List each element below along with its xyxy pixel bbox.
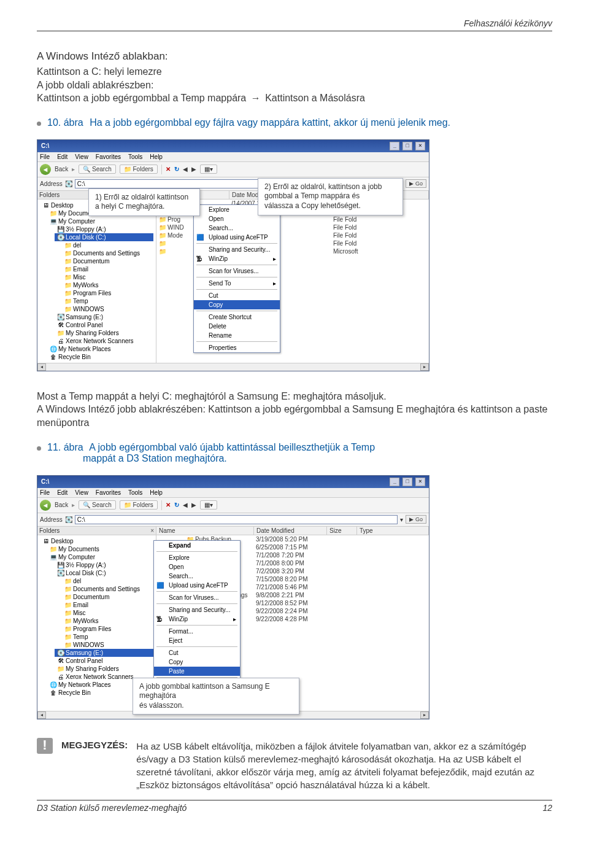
tree-item[interactable]: 🖨Xerox Network Scanners (55, 337, 153, 345)
tree-item[interactable]: 📁WINDOWS (62, 305, 153, 313)
context-menu-item[interactable]: Eject (154, 636, 240, 645)
context-menu-item[interactable]: Upload using AceFTP🟦 (154, 581, 240, 590)
tree-item[interactable]: 📁Misc (62, 273, 153, 281)
context-menu-item[interactable]: Properties (194, 343, 280, 352)
context-menu-item[interactable]: Copy (154, 657, 240, 667)
prev-icon[interactable]: ◀ (183, 502, 188, 508)
context-menu-item[interactable]: Search... (194, 223, 280, 233)
context-menu-item[interactable]: Search... (154, 572, 240, 581)
context-menu-item[interactable]: Create Shortcut (194, 312, 280, 322)
tree-item[interactable]: 📁del (62, 577, 153, 585)
prev-icon[interactable]: ◀ (183, 166, 188, 172)
menu-item[interactable]: File (40, 153, 50, 160)
back-button[interactable]: ◄ (40, 500, 51, 511)
folder-tree[interactable]: Folders× 🖥Desktop📁My Documents💻My Comput… (37, 191, 156, 363)
menu-item[interactable]: View (75, 489, 88, 496)
context-menu-item[interactable]: Cut (154, 648, 240, 657)
tree-item[interactable]: 📁Temp (62, 633, 153, 641)
tree-item[interactable]: 🗑Recycle Bin (47, 353, 153, 361)
folders-button[interactable]: 📁 Folders (120, 165, 158, 174)
tree-item[interactable]: 🖥Desktop (40, 537, 153, 545)
forward-button[interactable]: ▸ (72, 166, 75, 172)
tree-item[interactable]: 📁My Sharing Folders (55, 665, 153, 673)
context-menu-item[interactable]: Open (154, 562, 240, 572)
refresh-icon[interactable]: ↻ (174, 502, 179, 508)
context-menu-item[interactable]: Format... (154, 627, 240, 636)
tree-item[interactable]: 📁Email (62, 265, 153, 273)
context-menu-item[interactable]: Open (194, 214, 280, 223)
tree-item[interactable]: 📁Program Files (62, 289, 153, 297)
refresh-icon[interactable]: ↻ (174, 166, 179, 172)
tree-item[interactable]: 💻My Computer (47, 553, 153, 561)
context-menu-item[interactable]: Expand (154, 541, 240, 550)
context-menu[interactable]: ExploreOpenSearch...Upload using AceFTP🟦… (193, 204, 280, 353)
search-button[interactable]: 🔍 Search (79, 500, 115, 510)
stop-icon[interactable]: ✕ (166, 502, 171, 508)
tree-item[interactable]: 📁MyWorks (62, 617, 153, 625)
tree-item[interactable]: 📁Documents and Settings (62, 585, 153, 593)
menu-item[interactable]: Favorites (96, 489, 121, 496)
menu-item[interactable]: Help (150, 489, 163, 496)
window-titlebar[interactable]: C:\ _ □ × (37, 476, 429, 488)
context-menu-item[interactable]: WinZip🗜 (194, 254, 280, 263)
tree-item[interactable]: 📁Documentum (62, 593, 153, 601)
context-menu-item[interactable]: Scan for Viruses... (194, 266, 280, 276)
context-menu-item[interactable]: Delete (194, 322, 280, 331)
tree-item[interactable]: 📁Program Files (62, 625, 153, 633)
views-button[interactable]: ▦▾ (200, 500, 217, 510)
tree-item[interactable]: 💻My Computer (47, 217, 153, 225)
col-date[interactable]: Date Modified (254, 527, 327, 535)
stop-icon[interactable]: ✕ (166, 166, 171, 172)
tree-item[interactable]: 🛠Control Panel (55, 657, 153, 665)
col-type[interactable]: Type (357, 527, 429, 535)
close-button[interactable]: × (415, 478, 425, 486)
maximize-button[interactable]: □ (402, 142, 412, 150)
next-icon[interactable]: ▶ (191, 502, 196, 508)
tree-item[interactable]: 📁del (62, 241, 153, 249)
context-menu-item[interactable]: Paste (154, 667, 240, 676)
menu-item[interactable]: Tools (128, 153, 142, 160)
context-menu-item[interactable]: Upload using AceFTP🟦 (194, 233, 280, 242)
tree-item[interactable]: 📁Misc (62, 609, 153, 617)
minimize-button[interactable]: _ (390, 478, 399, 486)
folders-button[interactable]: 📁 Folders (120, 500, 158, 510)
menu-item[interactable]: File (40, 489, 50, 496)
tree-item[interactable]: 🛠Control Panel (55, 321, 153, 329)
context-menu-item[interactable]: Copy (194, 300, 280, 309)
col-size[interactable]: Size (327, 527, 357, 535)
forward-button[interactable]: ▸ (72, 502, 75, 508)
menu-item[interactable]: Favorites (96, 153, 121, 160)
go-button[interactable]: ▶ Go (406, 515, 426, 524)
tree-item[interactable]: 📁My Sharing Folders (55, 329, 153, 337)
scroll-bar[interactable]: ◂▸ (37, 363, 429, 371)
close-button[interactable]: × (415, 142, 425, 150)
go-button[interactable]: ▶ Go (406, 179, 426, 188)
file-list[interactable]: Name Date Modified Size Type 📁Docu/14/20… (156, 191, 429, 363)
tree-item[interactable]: 💽Samsung (E:) (55, 313, 153, 321)
tree-item[interactable]: 📁Temp (62, 297, 153, 305)
menu-item[interactable]: Help (150, 153, 163, 160)
tree-item[interactable]: 📁WINDOWS (62, 641, 153, 649)
close-panel-icon[interactable]: × (150, 527, 154, 534)
tree-item[interactable]: 💽Local Disk (C:) (55, 233, 153, 241)
tree-item[interactable]: 💾3½ Floppy (A:) (55, 561, 153, 569)
maximize-button[interactable]: □ (402, 478, 412, 486)
context-menu-item[interactable]: Sharing and Security... (154, 605, 240, 614)
tree-item[interactable]: 📁Email (62, 601, 153, 609)
context-menu-item[interactable]: Scan for Viruses... (154, 593, 240, 602)
back-label[interactable]: Back (55, 166, 68, 172)
tree-item[interactable]: 💾3½ Floppy (A:) (55, 225, 153, 233)
context-menu-item[interactable]: Explore (154, 553, 240, 562)
context-menu-item[interactable]: Cut (194, 291, 280, 300)
tree-item[interactable]: 📁MyWorks (62, 281, 153, 289)
menu-item[interactable]: Edit (57, 489, 67, 496)
tree-item[interactable]: 📁Documentum (62, 257, 153, 265)
col-name[interactable]: Name (156, 527, 254, 535)
back-label[interactable]: Back (55, 502, 68, 508)
tree-item[interactable]: 📁Documents and Settings (62, 249, 153, 257)
window-titlebar[interactable]: C:\ _ □ × (37, 140, 429, 152)
address-input[interactable] (75, 515, 398, 524)
context-menu[interactable]: ExpandExploreOpenSearch...Upload using A… (153, 540, 241, 701)
search-button[interactable]: 🔍 Search (79, 165, 115, 174)
views-button[interactable]: ▦▾ (200, 165, 217, 174)
